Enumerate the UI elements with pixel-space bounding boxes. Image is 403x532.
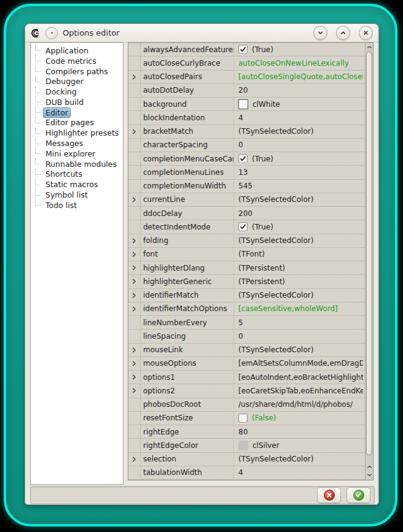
- sidebar-item-highlighter-presets[interactable]: Highlighter presets: [31, 128, 123, 138]
- property-name[interactable]: font: [141, 248, 234, 261]
- checkbox[interactable]: [238, 222, 248, 231]
- property-value[interactable]: clWhite: [234, 98, 365, 110]
- property-value[interactable]: (True): [234, 152, 365, 165]
- property-value[interactable]: [emAltSetsColumnMode,emDragDr: [234, 357, 365, 370]
- unshade-button[interactable]: [336, 26, 350, 40]
- expand-arrow-icon[interactable]: [132, 306, 136, 312]
- vertical-scrollbar[interactable]: [365, 43, 373, 480]
- sidebar-item-static-macros[interactable]: Static macros: [31, 179, 123, 190]
- property-name[interactable]: autoCloseCurlyBrace: [141, 56, 234, 69]
- close-button[interactable]: [359, 26, 373, 40]
- accept-button[interactable]: [346, 487, 370, 503]
- category-tree[interactable]: ApplicationCode metricsCompilers pathsDe…: [30, 42, 123, 485]
- expand-arrow-icon[interactable]: [132, 293, 136, 298]
- sidebar-item-runnable-modules[interactable]: Runnable modules: [31, 159, 123, 169]
- expand-arrow-icon[interactable]: [132, 388, 136, 393]
- expand-arrow-icon[interactable]: [132, 252, 136, 257]
- property-value[interactable]: (TSynSelectedColor): [234, 193, 365, 206]
- property-value[interactable]: /usr/share/dmd/html/d/phobos/: [234, 398, 365, 411]
- property-name[interactable]: tabulationWidth: [141, 466, 234, 479]
- property-name[interactable]: mouseLink: [141, 344, 234, 357]
- property-value[interactable]: [caseSensitive,wholeWord]: [234, 303, 365, 315]
- expand-arrow-icon[interactable]: [132, 265, 136, 271]
- property-name[interactable]: highlighterGeneric: [141, 275, 234, 288]
- checkbox[interactable]: [238, 414, 248, 423]
- scroll-up-button[interactable]: [366, 43, 373, 51]
- cancel-button[interactable]: [317, 487, 341, 503]
- property-name[interactable]: ddocDelay: [141, 207, 234, 220]
- property-name[interactable]: completionMenuCaseCare: [141, 152, 234, 165]
- sidebar-item-editor-pages[interactable]: Editor pages: [31, 118, 123, 128]
- sidebar-item-dub-build[interactable]: DUB build: [31, 97, 123, 107]
- expand-arrow-icon[interactable]: [132, 347, 136, 353]
- property-value[interactable]: 80: [234, 425, 365, 438]
- property-value[interactable]: (TPersistent): [234, 275, 365, 288]
- property-name[interactable]: identifierMatchOptions: [141, 303, 234, 315]
- checkbox[interactable]: [238, 45, 248, 54]
- property-value[interactable]: (False): [234, 412, 365, 425]
- property-name[interactable]: selection: [141, 453, 234, 466]
- sidebar-item-debugger[interactable]: Debugger: [31, 76, 123, 87]
- property-value[interactable]: 200: [234, 207, 365, 220]
- sidebar-item-editor[interactable]: Editor: [31, 107, 123, 118]
- property-grid[interactable]: alwaysAdvancedFeatures(True)autoCloseCur…: [128, 42, 374, 480]
- expand-arrow-icon[interactable]: [132, 279, 136, 284]
- scroll-up-button-bottom[interactable]: [366, 463, 373, 471]
- property-value[interactable]: 0: [234, 330, 365, 342]
- sidebar-item-application[interactable]: Application: [31, 45, 123, 56]
- titlebar[interactable]: Options editor: [25, 24, 378, 42]
- property-value[interactable]: clSilver: [234, 439, 365, 452]
- sidebar-item-shortcuts[interactable]: Shortcuts: [31, 169, 123, 180]
- property-name[interactable]: options2: [141, 384, 234, 397]
- property-value[interactable]: autoCloseOnNewLineLexically: [234, 56, 365, 69]
- property-value[interactable]: 13: [234, 166, 365, 179]
- property-name[interactable]: lineNumberEvery: [141, 316, 234, 329]
- sidebar-item-messages[interactable]: Messages: [31, 138, 123, 148]
- property-name[interactable]: detectIndentMode: [141, 220, 234, 233]
- expand-arrow-icon[interactable]: [132, 374, 136, 380]
- scrollbar-thumb[interactable]: [366, 52, 372, 455]
- sidebar-item-todo-list[interactable]: Todo list: [31, 200, 123, 210]
- property-value[interactable]: 4: [234, 466, 365, 479]
- property-name[interactable]: options1: [141, 371, 234, 384]
- checkbox[interactable]: [238, 154, 248, 163]
- expand-arrow-icon[interactable]: [132, 129, 136, 134]
- sidebar-item-code-metrics[interactable]: Code metrics: [31, 56, 123, 66]
- property-value[interactable]: [autoCloseSingleQuote,autoCloseD: [234, 71, 365, 83]
- expand-arrow-icon[interactable]: [132, 457, 136, 462]
- expand-arrow-icon[interactable]: [132, 197, 136, 202]
- property-name[interactable]: background: [141, 98, 234, 110]
- property-name[interactable]: currentLine: [141, 193, 234, 206]
- property-name[interactable]: identifierMatch: [141, 289, 234, 302]
- property-name[interactable]: completionMenuWidth: [141, 180, 234, 193]
- property-name[interactable]: mouseOptions: [141, 357, 234, 370]
- property-name[interactable]: lineSpacing: [141, 330, 234, 342]
- scroll-down-button[interactable]: [366, 471, 373, 479]
- sidebar-item-mini-explorer[interactable]: Mini explorer: [31, 148, 123, 159]
- expand-arrow-icon[interactable]: [132, 74, 136, 80]
- property-name[interactable]: resetFontSize: [141, 412, 234, 425]
- shade-button[interactable]: [313, 26, 327, 40]
- property-name[interactable]: bracketMatch: [141, 125, 234, 138]
- sidebar-item-docking[interactable]: Docking: [31, 87, 123, 97]
- sidebar-item-compilers-paths[interactable]: Compilers paths: [31, 66, 123, 77]
- property-value[interactable]: 4: [234, 111, 365, 124]
- property-value[interactable]: 545: [234, 180, 365, 193]
- expand-arrow-icon[interactable]: [132, 361, 136, 366]
- property-name[interactable]: rightEdgeColor: [141, 439, 234, 452]
- property-name[interactable]: blockIndentation: [141, 111, 234, 124]
- property-name[interactable]: completionMenuLines: [141, 166, 234, 179]
- property-value[interactable]: (TPersistent): [234, 261, 365, 274]
- property-value[interactable]: (TSynSelectedColor): [234, 125, 365, 138]
- sidebar-item-symbol-list[interactable]: Symbol list: [31, 190, 123, 200]
- property-value[interactable]: (TSynSelectedColor): [234, 453, 365, 466]
- property-value[interactable]: [eoCaretSkipTab,eoEnhanceEndKe: [234, 384, 365, 397]
- property-value[interactable]: (True): [234, 43, 365, 56]
- property-value[interactable]: 20: [234, 84, 365, 97]
- property-name[interactable]: rightEdge: [141, 425, 234, 438]
- property-value[interactable]: (TSynSelectedColor): [234, 344, 365, 357]
- property-value[interactable]: (True): [234, 220, 365, 233]
- property-value[interactable]: [eoAutoIndent,eoBracketHighlight: [234, 371, 365, 384]
- property-value[interactable]: 0: [234, 139, 365, 152]
- property-name[interactable]: characterSpacing: [141, 139, 234, 152]
